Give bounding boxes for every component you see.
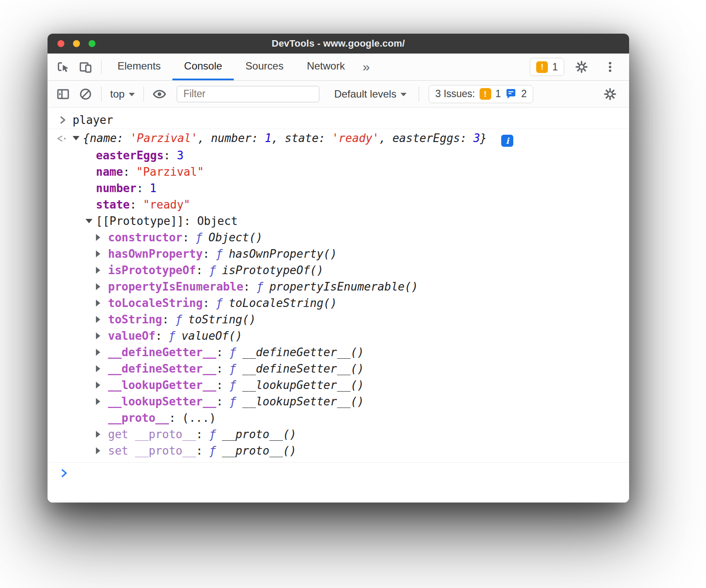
levels-label: Default levels <box>334 88 396 100</box>
expander-right-icon[interactable] <box>96 447 100 454</box>
console-settings-button[interactable] <box>599 84 621 104</box>
property-row[interactable]: __lookupSetter__:ƒ__lookupSetter__() <box>48 393 629 410</box>
property-value: __proto__() <box>222 444 296 457</box>
tab-network[interactable]: Network <box>295 54 356 80</box>
property-row[interactable]: toString:ƒtoString() <box>48 311 629 328</box>
window-title: DevTools - www.google.com/ <box>272 38 405 49</box>
prototype-row[interactable]: [[Prototype]]:Object <box>48 213 629 229</box>
expander-down-icon[interactable] <box>86 219 92 223</box>
devtools-menu-button[interactable] <box>599 57 621 77</box>
expander-right-icon[interactable] <box>96 234 100 241</box>
console-prompt[interactable] <box>48 462 629 485</box>
property-name: valueOf <box>108 329 156 342</box>
console-echo-row[interactable]: player <box>48 111 629 129</box>
issues-message-count: 2 <box>521 88 527 100</box>
expander-right-icon[interactable] <box>96 332 100 339</box>
property-row[interactable]: name:"Parzival" <box>48 164 629 180</box>
property-value: valueOf() <box>181 329 242 342</box>
expander-right-icon[interactable] <box>96 365 100 372</box>
divider <box>143 87 144 101</box>
expander-right-icon[interactable] <box>96 300 100 307</box>
property-name: easterEggs <box>96 149 164 162</box>
log-levels-selector[interactable]: Default levels <box>330 88 411 100</box>
expander-right-icon[interactable] <box>96 431 100 438</box>
property-row[interactable]: isPrototypeOf:ƒisPrototypeOf() <box>48 262 629 278</box>
property-value: hasOwnProperty() <box>229 247 337 260</box>
property-name: hasOwnProperty <box>108 247 203 260</box>
property-value: 1 <box>150 182 157 195</box>
function-symbol: ƒ <box>175 313 182 326</box>
function-symbol: ƒ <box>216 247 223 260</box>
expander-right-icon[interactable] <box>96 382 100 389</box>
property-name: set __proto__ <box>108 444 196 457</box>
property-name: number <box>96 182 137 195</box>
property-name: __lookupSetter__ <box>108 395 216 408</box>
close-window-button[interactable] <box>57 40 64 47</box>
javascript-context-selector[interactable]: top <box>106 88 139 100</box>
expander-right-icon[interactable] <box>96 398 100 405</box>
property-name: __lookupGetter__ <box>108 379 216 392</box>
tab-strip: Elements Console Sources Network » <box>106 54 376 80</box>
inspect-element-button[interactable] <box>52 57 74 77</box>
clear-console-button[interactable] <box>74 84 97 104</box>
property-row[interactable]: __lookupGetter__:ƒ__lookupGetter__() <box>48 377 629 393</box>
function-symbol: ƒ <box>229 379 236 392</box>
property-value: __defineSetter__() <box>242 362 364 375</box>
function-symbol: ƒ <box>196 231 203 244</box>
divider <box>419 87 419 101</box>
property-row[interactable]: get __proto__:ƒ__proto__() <box>48 426 629 443</box>
property-row[interactable]: __defineGetter__:ƒ__defineGetter__() <box>48 344 629 360</box>
property-row[interactable]: __defineSetter__:ƒ__defineSetter__() <box>48 360 629 377</box>
property-value: __lookupGetter__() <box>242 379 364 392</box>
property-row[interactable]: state:"ready" <box>48 196 629 213</box>
expander-down-icon[interactable] <box>73 136 80 140</box>
clear-console-icon <box>79 87 92 101</box>
error-count-badge[interactable]: ! 1 <box>530 58 564 76</box>
property-name: toLocaleString <box>108 297 203 310</box>
property-value: toString() <box>188 313 256 326</box>
expander-right-icon[interactable] <box>96 250 100 257</box>
console-sidebar-button[interactable] <box>52 84 74 104</box>
maximize-window-button[interactable] <box>89 40 95 47</box>
property-value: isPrototypeOf() <box>222 264 324 277</box>
expander-right-icon[interactable] <box>96 267 100 274</box>
expander-right-icon[interactable] <box>96 283 100 290</box>
issues-button[interactable]: 3 Issues: ! 1 2 <box>429 85 533 103</box>
property-row[interactable]: valueOf:ƒvalueOf() <box>48 328 629 344</box>
issues-error-count: 1 <box>496 88 501 100</box>
property-row[interactable]: easterEggs:3 <box>48 147 629 164</box>
divider <box>101 60 102 74</box>
tab-sources[interactable]: Sources <box>234 54 295 80</box>
property-name: propertyIsEnumerable <box>108 280 243 293</box>
eye-icon <box>152 87 167 101</box>
console-result-row[interactable]: {name:'Parzival',number:1,state:'ready',… <box>48 129 629 147</box>
property-value[interactable]: (...) <box>182 411 216 424</box>
minimize-window-button[interactable] <box>73 40 80 47</box>
property-name: isPrototypeOf <box>108 264 196 277</box>
property-row[interactable]: hasOwnProperty:ƒhasOwnProperty() <box>48 246 629 262</box>
property-row[interactable]: propertyIsEnumerable:ƒpropertyIsEnumerab… <box>48 278 629 295</box>
function-symbol: ƒ <box>169 329 175 342</box>
expander-right-icon[interactable] <box>96 316 100 323</box>
devtools-settings-button[interactable] <box>570 57 593 77</box>
filter-input[interactable] <box>177 86 319 102</box>
warning-icon: ! <box>536 61 548 73</box>
property-value: __proto__() <box>222 428 296 441</box>
property-value: 3 <box>177 149 184 162</box>
tab-elements[interactable]: Elements <box>106 54 172 80</box>
live-expression-button[interactable] <box>148 84 171 104</box>
more-tabs-button[interactable]: » <box>356 54 376 80</box>
function-symbol: ƒ <box>229 346 236 359</box>
property-row[interactable]: toLocaleString:ƒtoLocaleString() <box>48 295 629 311</box>
device-toolbar-button[interactable] <box>74 57 97 77</box>
property-row[interactable]: __proto__:(...) <box>48 410 629 426</box>
expander-right-icon[interactable] <box>96 349 100 356</box>
tab-console[interactable]: Console <box>172 54 234 80</box>
property-value: propertyIsEnumerable() <box>269 280 418 293</box>
info-icon[interactable]: i <box>501 135 513 147</box>
property-row[interactable]: constructor:ƒObject() <box>48 229 629 246</box>
property-row[interactable]: set __proto__:ƒ__proto__() <box>48 443 629 459</box>
function-symbol: ƒ <box>209 444 216 457</box>
property-name: __defineGetter__ <box>108 346 216 359</box>
property-row[interactable]: number:1 <box>48 180 629 196</box>
